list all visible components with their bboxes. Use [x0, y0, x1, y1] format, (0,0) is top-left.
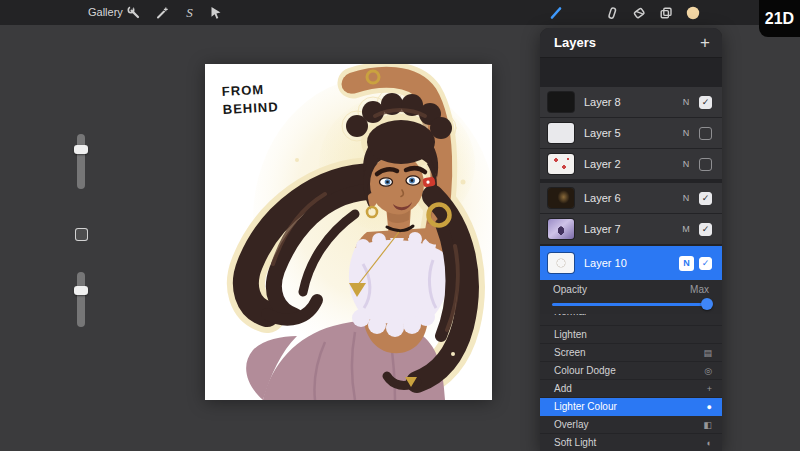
layer-blend-badge[interactable]: N [678, 191, 694, 206]
channel-watermark: 21D [759, 0, 800, 37]
add-layer-button[interactable]: + [700, 34, 710, 51]
adjustments-wand-icon[interactable] [154, 5, 169, 20]
blend-mode-row[interactable]: Overlay ◧ [540, 416, 722, 434]
blend-mode-row[interactable]: Colour Dodge ◎ [540, 362, 722, 380]
opacity-label: Opacity [553, 284, 587, 295]
layer-row-layer-7[interactable]: Layer 7 M ✓ [540, 214, 722, 244]
blend-mode-row[interactable]: Screen ▤ [540, 344, 722, 362]
top-toolbar: Gallery S [0, 0, 800, 25]
layer-name: Layer 6 [584, 192, 678, 204]
smudge-tool-icon[interactable] [604, 5, 619, 20]
layer-name: Layer 7 [584, 223, 678, 235]
layer-name: Layer 5 [584, 127, 678, 139]
transform-arrow-icon[interactable] [208, 5, 223, 20]
layer-blend-badge[interactable]: N [678, 126, 694, 141]
blend-mode-row[interactable]: Soft Light ◐ [540, 434, 722, 451]
brush-size-slider-handle[interactable] [74, 145, 88, 154]
layer-opacity-section: Opacity Max [540, 280, 722, 314]
layer-visibility-checkbox[interactable]: ✓ [699, 158, 712, 171]
drawing-canvas[interactable]: FROM BEHIND [205, 64, 492, 400]
brush-size-slider[interactable] [77, 134, 85, 189]
layers-panel: Layers + Layer 8 N ✓ Layer 5 N ✓ Layer 2… [540, 28, 722, 451]
layer-thumbnail [548, 154, 574, 174]
layers-panel-icon[interactable] [658, 5, 673, 20]
layer-visibility-checkbox[interactable]: ✓ [699, 127, 712, 140]
blend-mode-list: Normal Lighten Screen ▤ Colour Dodge ◎ A… [540, 314, 722, 451]
selection-icon[interactable]: S [182, 5, 197, 20]
actions-wrench-icon[interactable] [126, 5, 141, 20]
layer-row-layer-8[interactable]: Layer 8 N ✓ [540, 87, 722, 117]
layers-panel-title: Layers [554, 35, 596, 50]
layer-name: Layer 2 [584, 158, 678, 170]
eraser-tool-icon[interactable] [631, 5, 646, 20]
layer-row-layer-6[interactable]: Layer 6 N ✓ [540, 183, 722, 213]
blend-mode-row[interactable]: Add + [540, 380, 722, 398]
opacity-slider-knob[interactable] [701, 298, 713, 310]
layer-thumbnail [548, 92, 574, 112]
blend-mode-icon: + [707, 384, 712, 394]
layer-blend-badge[interactable]: M [678, 222, 694, 237]
brush-tool-icon[interactable] [548, 5, 563, 20]
blend-mode-row[interactable]: Lighten [540, 326, 722, 344]
layers-panel-header: Layers + [540, 28, 722, 58]
opacity-value: Max [690, 284, 709, 295]
layer-row-layer-5[interactable]: Layer 5 N ✓ [540, 118, 722, 148]
layer-visibility-checkbox[interactable]: ✓ [699, 192, 712, 205]
layer-blend-badge[interactable]: N [678, 157, 694, 172]
blend-mode-icon: ▤ [703, 348, 712, 358]
layer-visibility-checkbox[interactable]: ✓ [699, 96, 712, 109]
layer-blend-badge[interactable]: N [678, 95, 694, 110]
blend-mode-icon: ◐ [707, 438, 712, 448]
blend-mode-icon: ◧ [703, 420, 712, 430]
layer-visibility-checkbox[interactable]: ✓ [699, 257, 712, 270]
gallery-button[interactable]: Gallery [88, 6, 123, 18]
brush-opacity-slider-handle[interactable] [74, 286, 88, 295]
layer-blend-badge[interactable]: N [679, 256, 694, 271]
layer-visibility-checkbox[interactable]: ✓ [699, 223, 712, 236]
caption-line-2: BEHIND [222, 99, 279, 117]
blend-mode-icon: ● [707, 402, 712, 412]
modify-button[interactable] [75, 228, 88, 241]
layer-name: Layer 10 [584, 257, 679, 269]
procreate-app: Gallery S [0, 0, 800, 451]
layer-thumbnail [548, 219, 574, 239]
layer-name: Layer 8 [584, 96, 678, 108]
color-swatch-icon[interactable] [685, 5, 700, 20]
brush-opacity-slider[interactable] [77, 272, 85, 327]
caption-line-1: FROM [221, 82, 264, 99]
blend-mode-row-partial[interactable]: Normal [540, 314, 722, 326]
layer-thumbnail [548, 188, 574, 208]
opacity-slider[interactable] [552, 303, 710, 306]
layer-thumbnail [548, 123, 574, 143]
layer-thumbnail [548, 253, 574, 273]
canvas-artwork[interactable]: FROM BEHIND [205, 64, 492, 400]
blend-mode-icon: ◎ [704, 366, 712, 376]
layer-row-layer-2[interactable]: Layer 2 N ✓ [540, 149, 722, 179]
blend-mode-row[interactable]: Lighter Colour ● [540, 398, 722, 416]
layer-row-layer-10[interactable]: Layer 10 N ✓ [540, 246, 722, 280]
